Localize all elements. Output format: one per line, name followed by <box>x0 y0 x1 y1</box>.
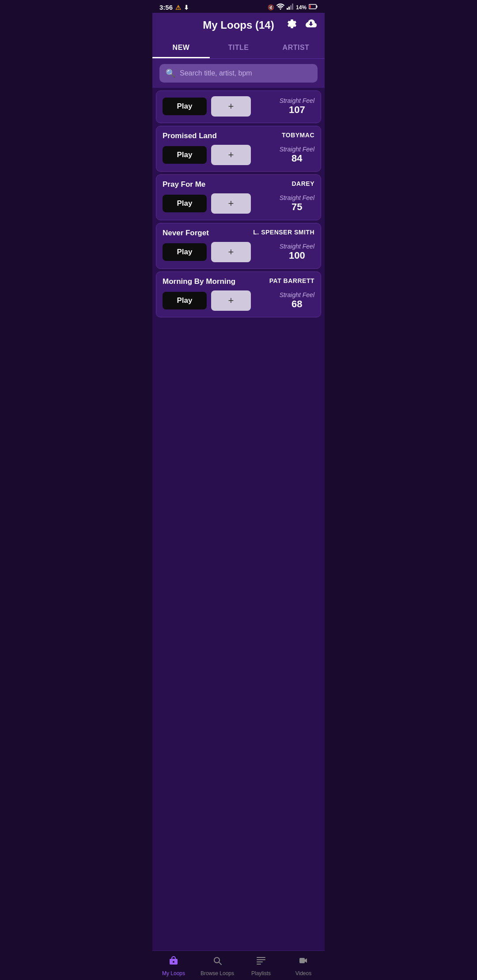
svg-rect-2 <box>290 5 292 10</box>
search-icon: 🔍 <box>166 68 175 78</box>
loop-title: Never Forget <box>163 229 209 237</box>
bottom-nav: My Loops Browse Loops Playlists Videos <box>152 950 325 980</box>
loop-item: Promised Land TOBYMAC Play + Straight Fe… <box>156 126 321 172</box>
play-button[interactable]: Play <box>163 292 207 309</box>
my-loops-icon <box>168 955 179 969</box>
loop-bpm: 107 <box>280 104 314 116</box>
battery-icon <box>309 4 318 11</box>
search-container: 🔍 <box>152 59 325 88</box>
warning-icon: ⚠ <box>175 4 181 11</box>
add-button[interactable]: + <box>211 193 251 214</box>
nav-playlists[interactable]: Playlists <box>246 955 276 976</box>
battery-text: 14% <box>296 4 307 11</box>
play-button[interactable]: Play <box>163 195 207 212</box>
sort-tabs: NEW TITLE ARTIST <box>152 38 325 59</box>
tab-new[interactable]: NEW <box>152 38 210 58</box>
loop-feel: Straight Feel <box>280 97 314 104</box>
play-button[interactable]: Play <box>163 98 207 115</box>
loop-item: Never Forget L. SPENSER SMITH Play + Str… <box>156 223 321 269</box>
search-box[interactable]: 🔍 <box>159 64 318 83</box>
nav-videos[interactable]: Videos <box>288 955 319 976</box>
nav-browse-label: Browse Loops <box>201 970 234 976</box>
loop-item: Pray For Me DAREY Play + Straight Feel 7… <box>156 174 321 220</box>
svg-rect-1 <box>288 7 290 10</box>
add-button[interactable]: + <box>211 290 251 311</box>
loop-title: Pray For Me <box>163 180 205 189</box>
add-button[interactable]: + <box>211 242 251 262</box>
status-time: 3:56 <box>159 4 173 11</box>
svg-rect-0 <box>287 8 288 10</box>
playlists-icon <box>256 955 266 969</box>
add-button[interactable]: + <box>211 96 251 117</box>
status-bar: 3:56 ⚠ ⬇ 🔇 14% <box>152 0 325 13</box>
loop-title: Promised Land <box>163 132 217 140</box>
nav-browse-loops[interactable]: Browse Loops <box>201 955 234 976</box>
loop-item: Morning By Morning PAT BARRETT Play + St… <box>156 271 321 317</box>
loop-bpm: 100 <box>280 250 314 261</box>
loop-bpm: 68 <box>280 298 314 310</box>
svg-rect-5 <box>317 6 318 8</box>
tab-title[interactable]: TITLE <box>210 38 267 58</box>
wifi-icon <box>276 4 284 11</box>
header: My Loops (14) <box>152 13 325 38</box>
add-button[interactable]: + <box>211 145 251 165</box>
svg-rect-6 <box>310 5 311 8</box>
loop-artist: L. SPENSER SMITH <box>253 229 314 236</box>
tab-artist[interactable]: ARTIST <box>267 38 325 58</box>
search-input[interactable] <box>180 69 311 77</box>
loop-bpm: 75 <box>280 201 314 213</box>
loop-title: Morning By Morning <box>163 277 235 286</box>
cloud-download-button[interactable] <box>304 18 318 33</box>
loop-feel: Straight Feel <box>280 243 314 250</box>
nav-playlists-label: Playlists <box>251 970 271 976</box>
nav-my-loops[interactable]: My Loops <box>158 955 189 976</box>
play-button[interactable]: Play <box>163 146 207 164</box>
loop-artist: TOBYMAC <box>282 132 314 139</box>
nav-my-loops-label: My Loops <box>162 970 185 976</box>
loop-bpm: 84 <box>280 153 314 164</box>
loop-feel: Straight Feel <box>280 194 314 201</box>
svg-rect-3 <box>292 4 293 10</box>
page-title: My Loops (14) <box>203 19 274 31</box>
loop-feel: Straight Feel <box>280 291 314 298</box>
videos-icon <box>298 955 309 969</box>
nav-videos-label: Videos <box>295 970 311 976</box>
download-status-icon: ⬇ <box>184 4 189 11</box>
loop-feel: Straight Feel <box>280 146 314 153</box>
play-button[interactable]: Play <box>163 243 207 261</box>
mute-icon: 🔇 <box>268 4 274 11</box>
loop-item: Play + Straight Feel 107 <box>156 90 321 123</box>
loops-list: Play + Straight Feel 107 Promised Land T… <box>152 88 325 956</box>
signal-icon <box>287 4 294 11</box>
loop-artist: DAREY <box>292 180 314 187</box>
settings-button[interactable] <box>286 18 298 33</box>
loop-artist: PAT BARRETT <box>269 277 314 284</box>
browse-loops-icon <box>212 955 223 969</box>
